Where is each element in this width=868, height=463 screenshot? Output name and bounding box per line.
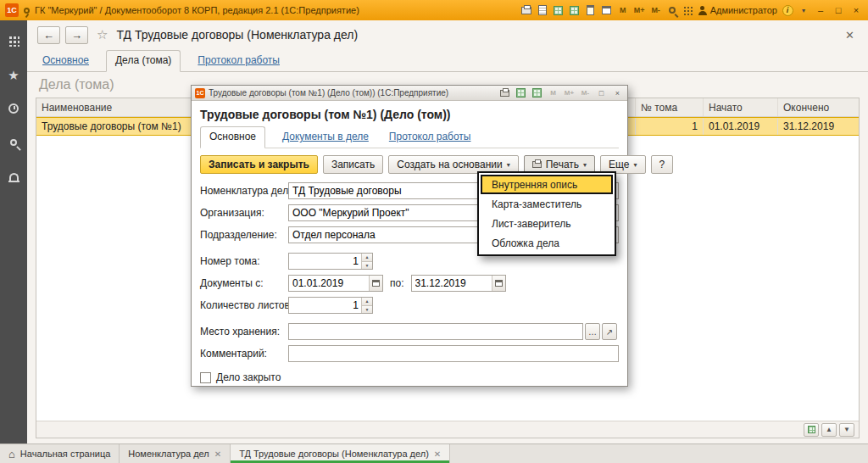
main-menu-button[interactable] — [0, 31, 27, 51]
calculator-button[interactable] — [585, 3, 597, 17]
dialog-export-table-button[interactable] — [515, 87, 527, 99]
back-button[interactable]: ← — [37, 26, 60, 44]
storage-place-open-button[interactable]: ↗ — [602, 323, 617, 340]
documents-to-calendar-button[interactable] — [492, 276, 505, 291]
forward-button[interactable]: → — [65, 26, 88, 44]
favorite-star-icon[interactable]: ☆ — [97, 27, 108, 42]
favorites-button[interactable]: ★ — [0, 64, 27, 85]
menu-item-vnutrennyaya-opis[interactable]: Внутренняя опись — [481, 175, 613, 194]
maximize-button[interactable]: □ — [832, 5, 845, 15]
titlebar-left: 1С ГК "Меркурий" / Документооборот 8 КОР… — [5, 3, 359, 17]
menu-grid-icon — [8, 36, 19, 47]
user-icon — [698, 6, 707, 15]
dialog-memory-m-plus-button[interactable]: M+ — [563, 87, 576, 99]
home-page-tab[interactable]: ⌂ Начальная страница — [0, 444, 120, 463]
tab-osnovnoe[interactable]: Основное — [39, 51, 92, 71]
dialog-tab-dokumenty-v-dele[interactable]: Документы в деле — [279, 127, 372, 148]
comment-field — [288, 345, 619, 362]
history-button[interactable] — [0, 98, 27, 119]
menu-item-oblozhka-dela[interactable]: Обложка дела — [481, 233, 613, 253]
dialog-heading: Трудовые договоры (том №1) (Дело (том)) — [200, 108, 619, 121]
table-export-icon — [570, 6, 579, 15]
storage-place-field — [288, 323, 583, 340]
close-app-button[interactable]: × — [849, 5, 863, 15]
column-header-started[interactable]: Начато — [703, 98, 777, 116]
bell-icon — [9, 173, 19, 181]
sheets-count-label: Количество листов: — [200, 299, 288, 311]
close-form-button[interactable]: ✕ — [842, 29, 858, 42]
related-info-button[interactable] — [804, 423, 819, 437]
sheets-count-input[interactable] — [289, 298, 361, 313]
memory-m-minus-button[interactable]: M- — [650, 3, 662, 17]
all-functions-button[interactable] — [682, 3, 694, 17]
volume-number-input[interactable] — [289, 254, 361, 269]
volume-number-field: ▲ ▼ — [288, 253, 373, 270]
dialog-maximize-button[interactable]: □ — [595, 87, 608, 99]
dialog-memory-m-button[interactable]: M — [547, 87, 559, 99]
home-page-label: Начальная страница — [20, 449, 110, 459]
stepper-up-icon[interactable]: ▲ — [362, 254, 372, 261]
dialog-close-button[interactable]: × — [611, 87, 624, 99]
memory-m-button[interactable]: M — [617, 3, 629, 17]
taskbar-tab-nomenklatura-del[interactable]: Номенклатура дел ✕ — [120, 444, 231, 463]
stepper-down-icon[interactable]: ▼ — [362, 261, 372, 270]
info-icon: i — [782, 5, 793, 16]
documents-from-calendar-button[interactable] — [369, 276, 382, 291]
pin-icon[interactable] — [24, 8, 30, 14]
case-closed-checkbox[interactable] — [200, 372, 211, 383]
user-menu-button[interactable]: Администратор — [698, 5, 777, 15]
search-button[interactable] — [0, 132, 27, 153]
close-tab-icon[interactable]: ✕ — [214, 449, 221, 459]
preview-toolbar-button[interactable] — [537, 3, 548, 17]
close-tab-icon[interactable]: ✕ — [434, 449, 441, 459]
dialog-export-table-button-2[interactable] — [531, 87, 543, 99]
taskbar-tab-label: ТД Трудовые договоры (Номенклатура дел) — [239, 449, 429, 459]
dialog-tab-protokol-raboty[interactable]: Протокол работы — [386, 127, 475, 148]
comment-input[interactable] — [289, 348, 618, 360]
stepper-down-icon[interactable]: ▼ — [362, 305, 372, 314]
documents-from-input[interactable] — [289, 277, 369, 289]
dialog-titlebar[interactable]: 1С Трудовые договоры (том №1) (Дело (том… — [192, 86, 627, 101]
minimize-button[interactable]: – — [814, 5, 827, 15]
create-based-on-label: Создать на основании — [397, 159, 503, 170]
notifications-button[interactable] — [0, 166, 27, 187]
menu-item-list-zaveritel[interactable]: Лист-заверитель — [481, 214, 613, 233]
export-table-button[interactable] — [553, 3, 565, 17]
storage-place-choose-button[interactable]: … — [585, 323, 600, 340]
titlebar: 1С ГК "Меркурий" / Документооборот 8 КОР… — [0, 0, 868, 20]
sheets-count-field: ▲ ▼ — [288, 297, 373, 314]
menu-item-karta-zamestitel[interactable]: Карта-заместитель — [481, 194, 613, 214]
table-icon — [808, 426, 815, 433]
memory-m-plus-button[interactable]: M+ — [633, 3, 646, 17]
1c-logo-icon: 1С — [195, 88, 205, 98]
service-menu-caret[interactable]: ▾ — [798, 3, 810, 17]
calendar-button[interactable] — [601, 3, 613, 17]
tab-protokol-raboty[interactable]: Протокол работы — [194, 51, 283, 71]
dialog-memory-m-minus-button[interactable]: M- — [579, 87, 592, 99]
scroll-down-button[interactable]: ▼ — [839, 423, 854, 437]
export-table-button-2[interactable] — [569, 3, 581, 17]
print-toolbar-button[interactable] — [520, 3, 532, 17]
save-and-close-button[interactable]: Записать и закрыть — [200, 155, 318, 174]
dialog-print-button[interactable] — [498, 87, 511, 99]
taskbar-tab-td-trudovye-dogovory[interactable]: ТД Трудовые договоры (Номенклатура дел) … — [231, 444, 450, 463]
scroll-up-button[interactable]: ▲ — [821, 423, 837, 437]
comment-label: Комментарий: — [200, 348, 288, 360]
zoom-button[interactable] — [666, 3, 678, 17]
dialog-tab-osnovnoe[interactable]: Основное — [200, 126, 265, 148]
column-header-volume[interactable]: № тома — [635, 98, 703, 116]
save-button[interactable]: Записать — [323, 155, 383, 174]
column-header-finished[interactable]: Окончено — [777, 98, 859, 116]
department-label: Подразделение: — [200, 229, 288, 241]
dialog-nav-tabs: Основное Документы в деле Протокол работ… — [200, 126, 619, 148]
documents-to-input[interactable] — [412, 277, 492, 289]
table-export-icon — [516, 88, 526, 98]
tab-dela-toma[interactable]: Дела (тома) — [106, 50, 181, 72]
stepper-up-icon[interactable]: ▲ — [362, 298, 372, 305]
help-button[interactable]: ? — [651, 155, 674, 174]
storage-place-input[interactable] — [289, 326, 582, 337]
info-button[interactable]: i — [782, 3, 793, 17]
titlebar-toolbar: M M+ M- Администратор i ▾ – □ × — [520, 3, 863, 17]
app-window: 1С ГК "Меркурий" / Документооборот 8 КОР… — [0, 0, 868, 463]
document-preview-icon — [538, 5, 547, 15]
